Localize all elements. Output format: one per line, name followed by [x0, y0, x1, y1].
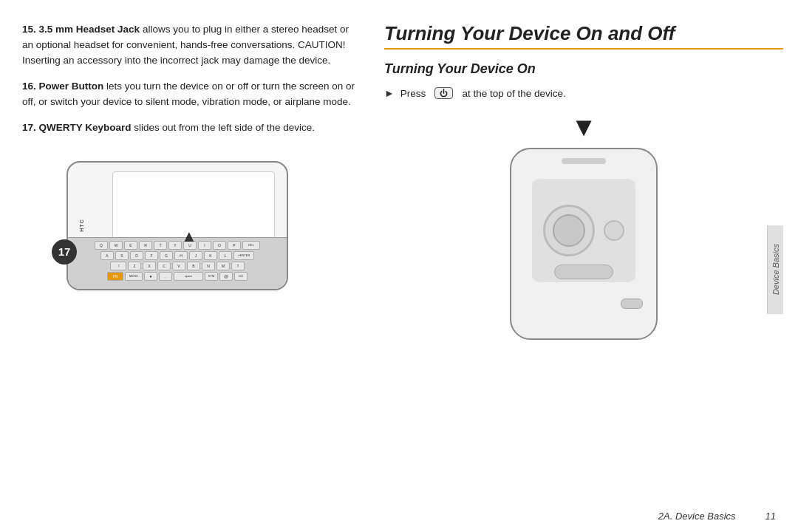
camera-lens-outer	[543, 205, 595, 256]
badge-17: 17	[52, 239, 77, 265]
instruction-press-text: Press	[400, 88, 426, 99]
key-sym1: ♦	[144, 272, 157, 281]
key-p: P	[228, 241, 241, 250]
phone-keyboard: Q W E R T Y U I O P DEL	[68, 237, 287, 289]
instruction-row: ► Press ⏻ at the top of the device.	[384, 87, 783, 99]
arrow-down-icon: ▼	[570, 114, 597, 140]
key-space: space	[174, 272, 203, 281]
key-sym: SYM	[205, 272, 218, 281]
side-btn-1	[287, 185, 288, 195]
arrow-up-icon: ▲	[181, 227, 197, 246]
key-f: F	[145, 251, 158, 260]
htc-label: HTC	[79, 219, 84, 231]
item-15-bold: 3.5 mm Headset Jack	[39, 24, 140, 35]
key-row-2: A S D F G H J K L ↵ENTER	[72, 251, 282, 260]
item-15: 15. 3.5 mm Headset Jack allows you to pl…	[22, 22, 355, 69]
key-del: DEL	[242, 241, 260, 250]
key-g: G	[160, 251, 173, 260]
phone-nav-button	[554, 265, 613, 279]
item-17-text: slides out from the left side of the dev…	[132, 122, 315, 133]
item-15-number: 15.	[22, 24, 36, 35]
key-l: L	[219, 251, 232, 260]
page-container: 15. 3.5 mm Headset Jack allows you to pl…	[0, 0, 798, 532]
keyboard-rows: Q W E R T Y U I O P DEL	[68, 238, 287, 284]
item-16-bold: Power Button	[39, 81, 104, 92]
power-button-icon: ⏻	[434, 87, 453, 99]
phone-right-body	[510, 148, 658, 340]
phone-illustration-right	[384, 148, 783, 340]
key-z: Z	[128, 262, 141, 270]
key-v: V	[172, 262, 185, 270]
camera-flash	[604, 220, 624, 241]
item-17: 17. QWERTY Keyboard slides out from the …	[22, 120, 355, 136]
instruction-after-text: at the top of the device.	[462, 88, 565, 99]
key-o: O	[213, 241, 226, 250]
key-e: E	[124, 241, 137, 250]
item-16: 16. Power Button lets you turn the devic…	[22, 79, 355, 110]
side-buttons-left	[287, 185, 288, 211]
key-fn: FN	[107, 272, 123, 281]
key-row-3: ⇧ Z X C V B N M ?	[72, 262, 282, 270]
section-title: Turning Your Device On and Off	[384, 22, 783, 45]
left-column: 15. 3.5 mm Headset Jack allows you to pl…	[22, 22, 377, 517]
item-16-number: 16.	[22, 81, 36, 92]
bullet-arrow-icon: ►	[384, 87, 395, 99]
key-comma: ,	[159, 272, 172, 281]
side-btn-2	[287, 201, 288, 211]
item-17-number: 17.	[22, 122, 36, 133]
key-question: ?	[231, 262, 245, 270]
key-s: S	[115, 251, 129, 260]
key-go: GO	[234, 272, 248, 281]
key-row-4: FN MENU ♦ , space SYM @ GO	[72, 272, 282, 281]
key-shift: ⇧	[110, 262, 126, 270]
key-y: Y	[168, 241, 182, 250]
footer: 2A. Device Basics 11	[658, 511, 776, 522]
key-b: B	[187, 262, 200, 270]
key-x: X	[143, 262, 156, 270]
title-underline	[384, 48, 783, 50]
key-r: R	[139, 241, 152, 250]
subsection-title: Turning Your Device On	[384, 61, 783, 77]
key-h: H	[174, 251, 188, 260]
key-row-1: Q W E R T Y U I O P DEL	[72, 241, 282, 250]
key-j: J	[189, 251, 202, 260]
key-d: D	[130, 251, 143, 260]
key-n: N	[202, 262, 215, 270]
right-column: Turning Your Device On and Off Turning Y…	[377, 22, 783, 517]
phone-side-button	[656, 235, 658, 250]
footer-section: 2A. Device Basics	[658, 511, 736, 522]
key-w: W	[109, 241, 123, 250]
key-menu: MENU	[125, 272, 143, 281]
phone-illustration-left: 17 HTC Q W E R T	[52, 146, 303, 309]
key-c: C	[157, 262, 171, 270]
key-q: Q	[95, 241, 108, 250]
side-tab-label: Device Basics	[771, 244, 780, 295]
key-t: T	[154, 241, 167, 250]
key-at: @	[219, 272, 233, 281]
side-tab: Device Basics	[767, 225, 783, 314]
camera-lens-inner	[553, 214, 585, 247]
key-k: K	[204, 251, 217, 260]
key-a: A	[100, 251, 114, 260]
footer-page-number: 11	[765, 511, 776, 522]
phone-top-bar	[562, 158, 606, 164]
key-m: M	[216, 262, 230, 270]
key-enter: ↵ENTER	[233, 251, 254, 260]
phone-body-left: HTC Q W E R T Y U	[66, 161, 288, 290]
key-i: I	[198, 241, 211, 250]
item-17-bold: QWERTY Keyboard	[39, 122, 132, 133]
arrow-down-container: ▼	[384, 114, 783, 140]
phone-bottom-button	[621, 299, 643, 309]
